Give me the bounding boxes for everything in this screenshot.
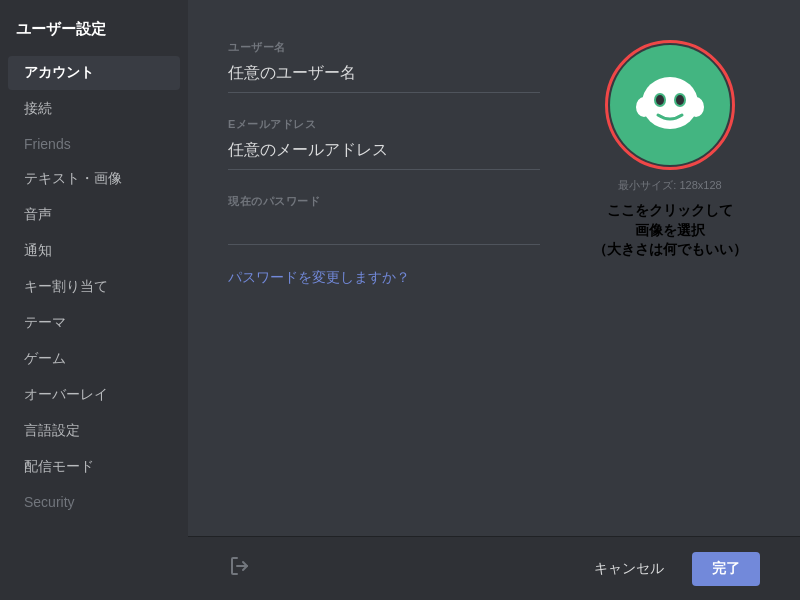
change-password-link[interactable]: パスワードを変更しますか？ bbox=[228, 269, 540, 287]
form-section: ユーザー名 任意のユーザー名 Eメールアドレス 任意のメールアドレス 現在のパス… bbox=[228, 40, 540, 516]
email-label: Eメールアドレス bbox=[228, 117, 540, 132]
sidebar-item-voice[interactable]: 音声 bbox=[8, 198, 180, 232]
discord-logo-icon bbox=[630, 65, 710, 145]
sidebar-title: ユーザー設定 bbox=[0, 20, 188, 55]
logout-icon[interactable] bbox=[228, 555, 250, 582]
svg-point-4 bbox=[676, 95, 684, 105]
footer-right: キャンセル 完了 bbox=[578, 552, 760, 586]
sidebar-item-keybindings[interactable]: キー割り当て bbox=[8, 270, 180, 304]
main-panel: ユーザー名 任意のユーザー名 Eメールアドレス 任意のメールアドレス 現在のパス… bbox=[188, 0, 800, 600]
done-button[interactable]: 完了 bbox=[692, 552, 760, 586]
svg-point-6 bbox=[688, 97, 704, 117]
sidebar-item-friends[interactable]: Friends bbox=[8, 128, 180, 160]
avatar-section: 最小サイズ: 128x128 ここをクリックして 画像を選択 （大きさは何でもい… bbox=[580, 40, 760, 516]
svg-point-5 bbox=[636, 97, 652, 117]
sidebar-item-text-images[interactable]: テキスト・画像 bbox=[8, 162, 180, 196]
avatar-min-size-label: 最小サイズ: 128x128 bbox=[618, 178, 721, 193]
username-value: 任意のユーザー名 bbox=[228, 63, 540, 93]
sidebar-item-games[interactable]: ゲーム bbox=[8, 342, 180, 376]
sidebar-item-language[interactable]: 言語設定 bbox=[8, 414, 180, 448]
password-input[interactable] bbox=[228, 217, 540, 245]
cancel-button[interactable]: キャンセル bbox=[578, 552, 680, 586]
sidebar: ユーザー設定 アカウント 接続 Friends テキスト・画像 音声 通知 キー… bbox=[0, 0, 188, 600]
email-field-group: Eメールアドレス 任意のメールアドレス bbox=[228, 117, 540, 170]
avatar-instruction: ここをクリックして 画像を選択 （大きさは何でもいい） bbox=[593, 201, 747, 260]
sidebar-item-overlay[interactable]: オーバーレイ bbox=[8, 378, 180, 412]
footer-left bbox=[228, 555, 250, 582]
password-label: 現在のパスワード bbox=[228, 194, 540, 209]
content-area: ユーザー名 任意のユーザー名 Eメールアドレス 任意のメールアドレス 現在のパス… bbox=[188, 0, 800, 536]
sidebar-item-account[interactable]: アカウント bbox=[8, 56, 180, 90]
sidebar-item-theme[interactable]: テーマ bbox=[8, 306, 180, 340]
sidebar-item-connections[interactable]: 接続 bbox=[8, 92, 180, 126]
discord-avatar bbox=[610, 45, 730, 165]
svg-point-2 bbox=[656, 95, 664, 105]
sidebar-item-notifications[interactable]: 通知 bbox=[8, 234, 180, 268]
email-value: 任意のメールアドレス bbox=[228, 140, 540, 170]
sidebar-item-streaming[interactable]: 配信モード bbox=[8, 450, 180, 484]
password-field-group: 現在のパスワード bbox=[228, 194, 540, 245]
avatar-upload-button[interactable] bbox=[605, 40, 735, 170]
footer: キャンセル 完了 bbox=[188, 536, 800, 600]
sidebar-item-security[interactable]: Security bbox=[8, 486, 180, 518]
username-label: ユーザー名 bbox=[228, 40, 540, 55]
username-field-group: ユーザー名 任意のユーザー名 bbox=[228, 40, 540, 93]
